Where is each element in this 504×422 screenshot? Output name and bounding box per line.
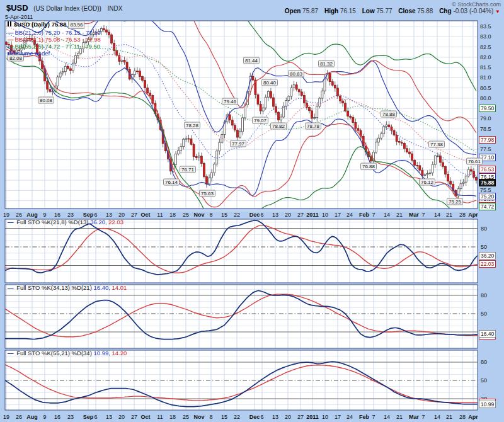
- candle-down: [447, 174, 449, 181]
- candle-down: [260, 105, 261, 111]
- price-axis-label: 83.0: [480, 33, 491, 40]
- price-axis-label: 83.5: [480, 23, 491, 30]
- date-tick-bottom: Apr: [468, 414, 478, 420]
- date-tick-top: 17: [335, 212, 341, 218]
- candle-up: [183, 139, 185, 147]
- price-annotation-flag: 77.97: [230, 140, 246, 147]
- candle-down: [203, 163, 205, 176]
- date-tick-top: 7: [421, 212, 425, 218]
- price-annotation-flag: 78.88: [381, 111, 397, 118]
- candle-down: [116, 50, 118, 55]
- date-tick-bottom: Dec: [249, 414, 260, 420]
- candle-up: [244, 105, 246, 118]
- date-tick-top: 21: [446, 212, 452, 218]
- candle-down: [396, 135, 398, 141]
- date-tick-top: 18: [169, 212, 176, 218]
- candle-up: [175, 154, 177, 164]
- main-chart-legend: $USD (Daily) 75.8883.56 —BB(21,2.0) 75.2…: [8, 21, 101, 57]
- candle-down: [301, 92, 302, 96]
- candlestick-icon: [8, 21, 9, 26]
- candle-down: [298, 89, 300, 92]
- date-tick-top: 9: [43, 212, 46, 218]
- copyright-label: © StockCharts.com: [452, 1, 501, 8]
- candle-down: [295, 85, 297, 89]
- sto1-legend: — Full STO %K(21,8) %D(13) 36.20, 22.03: [8, 219, 123, 225]
- candle-down: [450, 181, 452, 185]
- price-annotation-flag: 81.32: [318, 60, 335, 67]
- candle-down: [190, 139, 192, 144]
- price-flag: 75.20: [479, 193, 496, 200]
- date-tick-bottom: 17: [335, 414, 341, 420]
- candle-up: [239, 132, 241, 137]
- candle-up: [265, 97, 266, 108]
- candle-up: [321, 91, 323, 98]
- candle-down: [409, 152, 411, 154]
- date-tick-top: 28: [459, 212, 466, 218]
- price-annotation-flag: 81.44: [243, 57, 260, 64]
- legend-line-price: $USD (Daily) 75.8883.56: [8, 21, 101, 29]
- price-annotation-flag: 76.12: [419, 179, 435, 186]
- date-tick-bottom: 21: [396, 414, 403, 420]
- price-annotation-flag: 78.82: [270, 123, 287, 130]
- sto1-d-value: 22.03: [108, 219, 123, 225]
- price-axis-label: 82.0: [480, 54, 491, 60]
- candle-down: [476, 178, 478, 181]
- candle-down: [144, 81, 146, 88]
- candle-up: [293, 85, 295, 88]
- price-flag: 77.98: [479, 136, 496, 144]
- date-tick-bottom: 16: [54, 414, 60, 420]
- candle-up: [375, 142, 377, 152]
- candle-up: [434, 156, 436, 165]
- candle-down: [342, 101, 344, 103]
- date-tick-bottom: 20: [118, 414, 125, 420]
- price-axis-label: 80.0: [480, 95, 491, 101]
- sto-k-flag: 36.20: [479, 252, 496, 259]
- date-tick-bottom: 21: [446, 414, 452, 420]
- candle-down: [309, 108, 311, 111]
- date-tick-top: 21: [396, 212, 403, 218]
- candle-up: [262, 108, 264, 111]
- candle-up: [180, 147, 182, 151]
- candle-down: [352, 117, 354, 122]
- sto-k-flag: 10.99: [479, 401, 496, 408]
- candle-down: [270, 91, 272, 98]
- candle-up: [462, 182, 464, 183]
- date-tick-top: Feb: [359, 212, 369, 218]
- candle-down: [470, 169, 472, 171]
- chart-header: $USD (US Dollar Index (EOD)) INDX: [6, 2, 122, 13]
- date-tick-bottom: 6: [260, 414, 263, 420]
- open-label: Open: [285, 8, 301, 14]
- change-label: Chg: [439, 8, 451, 14]
- date-tick-bottom: 14: [384, 414, 390, 420]
- date-tick-top: 26: [16, 212, 22, 218]
- date-tick-top: 20: [285, 212, 291, 218]
- date-tick-bottom: 23: [67, 414, 74, 420]
- sto3-legend-title: Full STO %K(55,21) %D(34): [16, 350, 92, 356]
- price-legend-text: $USD (Daily) 75.88: [14, 21, 66, 28]
- change-down-icon: ▼: [495, 9, 500, 14]
- candle-down: [200, 156, 202, 164]
- high-label: High: [324, 8, 338, 14]
- candle-down: [472, 171, 474, 178]
- candle-down: [311, 111, 313, 118]
- date-tick-bottom: 27: [131, 414, 137, 420]
- candle-down: [136, 71, 138, 72]
- low-label: Low: [362, 8, 375, 14]
- candle-up: [319, 98, 321, 106]
- sto3-legend: — Full STO %K(55,21) %D(34) 10.99, 14.20: [8, 350, 127, 356]
- candle-down: [103, 28, 105, 30]
- high-annotation-flag: 83.56: [68, 21, 84, 29]
- candle-up: [460, 183, 462, 189]
- date-tick-top: 27: [131, 212, 137, 218]
- candle-down: [67, 66, 69, 69]
- candle-up: [314, 118, 316, 118]
- chart-date: 5-Apr-2011: [5, 14, 33, 20]
- date-tick-bottom: 9: [43, 414, 46, 420]
- date-tick-bottom: 27: [297, 414, 304, 420]
- candle-down: [439, 156, 441, 163]
- price-annotation-flag: 80.83: [288, 71, 304, 77]
- ticker-symbol: $USD: [6, 3, 28, 13]
- candle-down: [236, 130, 238, 137]
- stockcharts-chart-page: $USD (US Dollar Index (EOD)) INDX © Stoc…: [0, 0, 504, 422]
- price-flag: 79.50: [479, 105, 496, 112]
